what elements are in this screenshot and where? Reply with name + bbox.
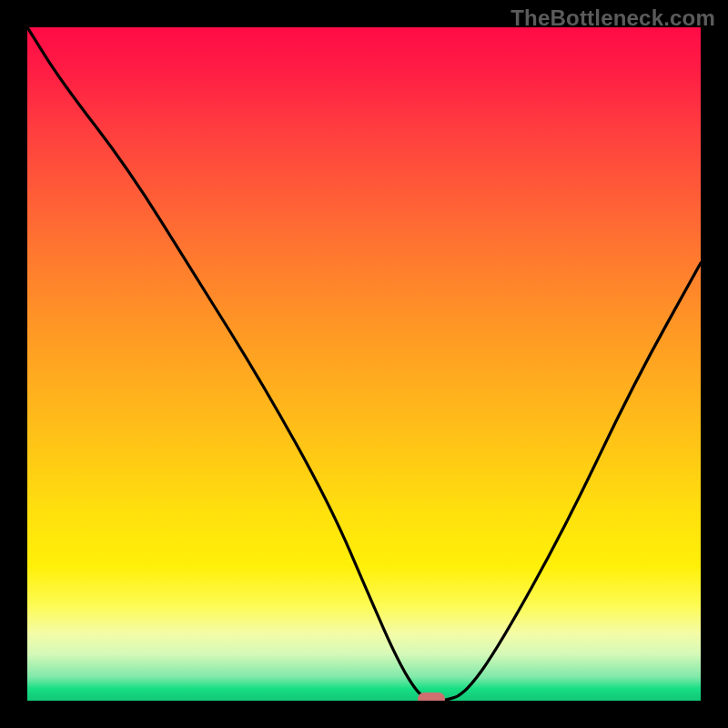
- chart-frame: TheBottleneck.com: [0, 0, 728, 728]
- optimal-marker: [418, 693, 445, 701]
- plot-area: [27, 27, 701, 701]
- bottleneck-curve: [27, 27, 701, 701]
- watermark-label: TheBottleneck.com: [511, 5, 715, 31]
